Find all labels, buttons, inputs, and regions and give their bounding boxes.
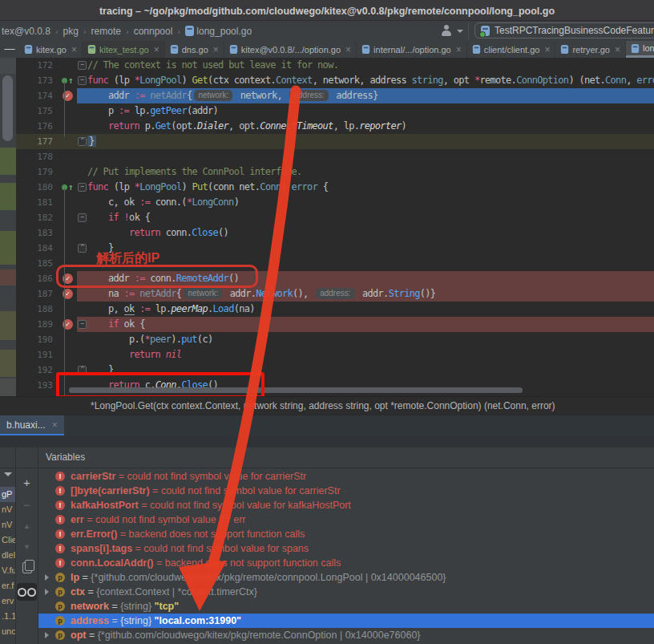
fold-close-icon[interactable]: ^ bbox=[78, 137, 87, 146]
expand-chevron-icon[interactable] bbox=[45, 589, 49, 595]
fold-column bbox=[77, 286, 87, 302]
editor-tab[interactable]: kitex@v0.0.8/.../option.go× bbox=[224, 41, 357, 58]
code-text: p, ok := lp.peerMap.Load(na) bbox=[87, 302, 255, 317]
code-token: p, bbox=[108, 303, 124, 314]
editor-tab[interactable]: long_pool.go bbox=[626, 41, 654, 58]
variable-row[interactable]: !carrierStr = could not find symbol valu… bbox=[38, 469, 654, 484]
code-token: ) bbox=[281, 181, 291, 192]
run-status-dot bbox=[479, 31, 486, 38]
variable-row[interactable]: pnetwork = {string} "tcp" bbox=[38, 599, 654, 614]
variable-row[interactable]: !err.Error() = backend does not support … bbox=[38, 527, 654, 541]
editor-tab[interactable]: kitex_test.go× bbox=[83, 41, 165, 58]
variable-row[interactable]: !conn.LocalAddr() = backend does not sup… bbox=[38, 556, 654, 570]
line-number: 176 bbox=[16, 119, 58, 134]
remove-watch-button[interactable]: − bbox=[16, 498, 38, 512]
code-token: Close bbox=[192, 227, 218, 238]
frame-item[interactable]: .1.1 bbox=[0, 609, 15, 624]
expand-chevron-icon[interactable] bbox=[45, 574, 49, 581]
editor-tab[interactable]: client/client.go× bbox=[467, 41, 556, 58]
code-token: LongConn bbox=[192, 196, 233, 208]
scrollbar-thumb[interactable] bbox=[2, 75, 13, 141]
close-icon[interactable]: × bbox=[615, 44, 620, 55]
frame-item[interactable]: erv bbox=[0, 593, 15, 609]
breadcrumb-item[interactable]: tex@v0.0.8 bbox=[0, 26, 52, 37]
debug-toolbar-gap bbox=[0, 435, 654, 448]
fold-open-icon[interactable]: − bbox=[78, 61, 87, 70]
frame-item[interactable]: nV bbox=[0, 517, 15, 533]
code-token: ) bbox=[181, 75, 192, 86]
fold-column bbox=[77, 164, 87, 180]
run-configuration-selector[interactable]: TestRPCTracingBusinessCodeFeatureOff in … bbox=[474, 22, 654, 38]
fold-open-icon[interactable]: − bbox=[78, 183, 87, 192]
close-icon[interactable]: × bbox=[345, 44, 351, 55]
code-line-body: p.(*peer).put(c) bbox=[77, 332, 654, 347]
editor-tab[interactable]: dns.go× bbox=[165, 41, 224, 58]
add-watch-button[interactable]: + bbox=[16, 476, 38, 489]
fold-open-icon[interactable]: − bbox=[78, 320, 87, 329]
frame-item[interactable]: unc bbox=[0, 639, 15, 644]
breadcrumb-item[interactable]: connpool bbox=[132, 26, 175, 37]
variables-list[interactable]: !carrierStr = could not find symbol valu… bbox=[38, 469, 654, 644]
editor-tab[interactable]: internal/.../option.go× bbox=[357, 41, 467, 58]
line-number: 190 bbox=[16, 332, 58, 347]
fold-open-icon[interactable]: − bbox=[78, 76, 87, 85]
variable-name: address bbox=[71, 615, 109, 626]
fold-close-icon[interactable]: ^ bbox=[78, 244, 87, 253]
code-line: 174✓addr := netAddr{network: network, ad… bbox=[16, 88, 654, 103]
duplicate-watch-button[interactable] bbox=[16, 562, 38, 577]
code-token: } bbox=[87, 136, 96, 147]
close-icon[interactable]: × bbox=[456, 44, 462, 55]
breadcrumb: tex@v0.0.8›pkg›remote›connpool› long_poo… bbox=[0, 21, 253, 41]
variable-row[interactable]: ![]byte(carrierStr) = could not find sym… bbox=[38, 484, 654, 498]
code-token: address} bbox=[331, 90, 378, 101]
variable-row[interactable]: !kafkaHostPort = could not find symbol v… bbox=[38, 498, 654, 512]
code-line: 180↑−func (lp *LongPool) Put(conn net.Co… bbox=[16, 180, 654, 195]
expand-chevron-icon[interactable] bbox=[45, 632, 49, 638]
variable-row[interactable]: plp = {*github.com/cloudwego/kitex/pkg/r… bbox=[38, 570, 654, 585]
code-editor[interactable]: 172−// The context is not used but leave… bbox=[0, 58, 654, 396]
code-token: p. bbox=[145, 120, 155, 132]
vcs-mark bbox=[0, 269, 16, 286]
frames-list[interactable]: gPnVnVCliedlelV.fuer.ferv.1.1uncunc bbox=[0, 487, 15, 644]
move-down-button[interactable]: ▼ bbox=[16, 543, 38, 551]
frame-item[interactable]: gP bbox=[0, 487, 15, 502]
variable-row[interactable]: !spans[i].tags = could not find symbol v… bbox=[38, 541, 654, 556]
divider bbox=[468, 22, 469, 39]
variable-row[interactable]: paddress = {string} "local.com:31990" bbox=[38, 614, 654, 628]
code-token: addr. bbox=[224, 288, 256, 299]
close-icon[interactable]: × bbox=[154, 44, 159, 55]
editor-tab[interactable]: kitex.go× bbox=[19, 41, 83, 58]
editor-tab[interactable]: retryer.go× bbox=[555, 41, 625, 58]
user-menu-button[interactable] bbox=[439, 23, 463, 38]
close-icon[interactable]: × bbox=[544, 44, 550, 55]
fold-open-icon[interactable]: − bbox=[78, 213, 87, 222]
gutter: ✓ bbox=[58, 317, 77, 332]
close-icon[interactable]: × bbox=[52, 419, 58, 431]
code-token: , opt bbox=[443, 75, 474, 86]
line-number: 178 bbox=[16, 149, 58, 164]
variable-row[interactable]: pctx = {context.Context | *context.timer… bbox=[38, 585, 654, 599]
frame-item[interactable]: Clie bbox=[0, 533, 15, 548]
go-file-icon bbox=[88, 45, 95, 54]
move-up-button[interactable]: ▲ bbox=[16, 522, 38, 530]
close-icon[interactable]: × bbox=[213, 44, 219, 55]
show-watches-button[interactable] bbox=[17, 583, 37, 601]
frame-item[interactable]: dlel bbox=[0, 548, 15, 563]
breadcrumb-item[interactable]: remote bbox=[90, 26, 123, 37]
variable-row[interactable]: !err = could not find symbol value for e… bbox=[38, 512, 654, 527]
code-token: := bbox=[119, 105, 129, 116]
variable-value: {string} bbox=[120, 601, 154, 612]
frame-item[interactable]: er.f bbox=[0, 578, 15, 593]
frame-item[interactable]: V.fu bbox=[0, 563, 15, 578]
breadcrumb-item[interactable]: pkg bbox=[62, 26, 80, 37]
code-token: put bbox=[181, 334, 197, 345]
hide-tabs-icon[interactable]: — bbox=[0, 41, 19, 58]
debug-session-tab[interactable]: b.huaxi... × bbox=[0, 415, 64, 436]
chevron-down-icon[interactable] bbox=[4, 472, 12, 476]
watch-expression: kafkaHostPort bbox=[71, 500, 139, 511]
variable-row[interactable]: popt = {*github.com/cloudwego/kitex/pkg/… bbox=[38, 628, 654, 642]
frame-item[interactable]: nV bbox=[0, 502, 15, 517]
frame-item[interactable]: unc bbox=[0, 624, 15, 639]
breadcrumb-item[interactable]: long_pool.go bbox=[184, 26, 253, 37]
close-icon[interactable]: × bbox=[71, 44, 77, 55]
